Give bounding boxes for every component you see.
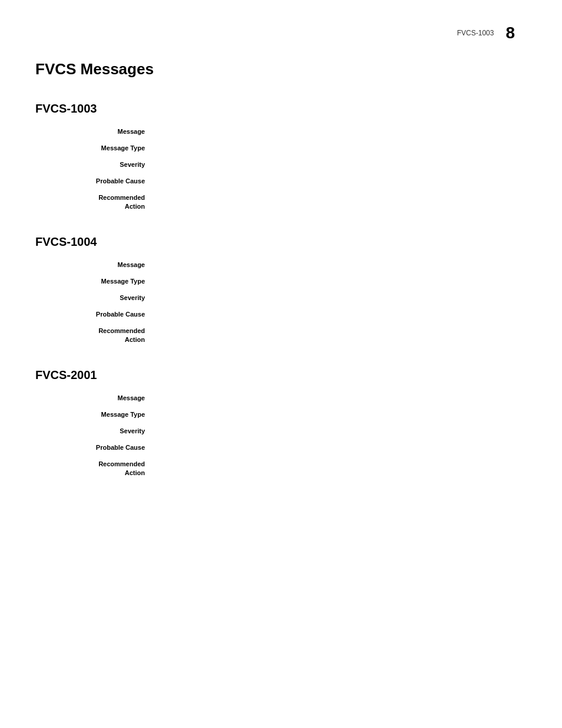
- field-label: Message Type: [35, 410, 153, 422]
- field-label: RecommendedAction: [35, 193, 153, 212]
- field-row-message: Message: [35, 394, 527, 406]
- field-label: Severity: [35, 294, 153, 305]
- field-value: [153, 160, 527, 172]
- field-value: [153, 144, 527, 156]
- field-value: [153, 394, 527, 406]
- field-label: RecommendedAction: [35, 327, 153, 345]
- field-row-probable-cause: Probable Cause: [35, 177, 527, 189]
- field-value: [153, 410, 527, 422]
- field-value: [153, 327, 527, 345]
- field-label: Severity: [35, 427, 153, 439]
- page-number: 8: [505, 24, 515, 42]
- field-value: [153, 277, 527, 289]
- field-label: Probable Cause: [35, 177, 153, 189]
- field-label: Message: [35, 261, 153, 272]
- field-label: RecommendedAction: [35, 460, 153, 478]
- chapter-title: FVCS Messages: [35, 60, 527, 78]
- field-value: [153, 261, 527, 272]
- field-row-message: Message: [35, 127, 527, 139]
- field-value: [153, 294, 527, 305]
- message-code-fvcs-1004: FVCS-1004: [35, 235, 527, 249]
- field-value: [153, 310, 527, 322]
- sections-container: FVCS-1003MessageMessage TypeSeverityProb…: [35, 102, 527, 477]
- field-label: Probable Cause: [35, 310, 153, 322]
- field-row-severity: Severity: [35, 427, 527, 439]
- field-row-severity: Severity: [35, 160, 527, 172]
- field-label: Message: [35, 394, 153, 406]
- message-section-fvcs-2001: FVCS-2001MessageMessage TypeSeverityProb…: [35, 368, 527, 478]
- message-code-fvcs-1003: FVCS-1003: [35, 102, 527, 116]
- field-value: [153, 193, 527, 212]
- field-row-probable-cause: Probable Cause: [35, 443, 527, 455]
- page-container: FVCS-1003 8 FVCS Messages FVCS-1003Messa…: [0, 0, 562, 728]
- field-row-probable-cause: Probable Cause: [35, 310, 527, 322]
- field-row-message-type: Message Type: [35, 144, 527, 156]
- field-row-recommended-action: RecommendedAction: [35, 327, 527, 345]
- field-value: [153, 427, 527, 439]
- field-label: Message Type: [35, 277, 153, 289]
- field-label: Message: [35, 127, 153, 139]
- field-value: [153, 127, 527, 139]
- field-value: [153, 460, 527, 478]
- field-row-message-type: Message Type: [35, 277, 527, 289]
- field-row-message-type: Message Type: [35, 410, 527, 422]
- message-section-fvcs-1004: FVCS-1004MessageMessage TypeSeverityProb…: [35, 235, 527, 345]
- message-code-fvcs-2001: FVCS-2001: [35, 368, 527, 382]
- field-value: [153, 177, 527, 189]
- header-section-id: FVCS-1003: [457, 29, 494, 37]
- field-label: Message Type: [35, 144, 153, 156]
- field-row-severity: Severity: [35, 294, 527, 305]
- field-row-recommended-action: RecommendedAction: [35, 460, 527, 478]
- message-section-fvcs-1003: FVCS-1003MessageMessage TypeSeverityProb…: [35, 102, 527, 212]
- field-value: [153, 443, 527, 455]
- field-label: Probable Cause: [35, 443, 153, 455]
- field-row-message: Message: [35, 261, 527, 272]
- field-row-recommended-action: RecommendedAction: [35, 193, 527, 212]
- page-header: FVCS-1003 8: [35, 24, 527, 42]
- field-label: Severity: [35, 160, 153, 172]
